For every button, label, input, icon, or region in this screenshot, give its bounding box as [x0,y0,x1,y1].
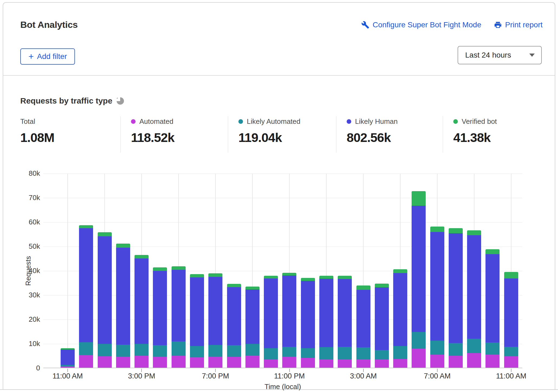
bar-stack [208,174,222,368]
bar-segment-likely-human [338,279,352,347]
likely-automated-legend-dot [238,119,243,124]
bar-segment-automated [504,356,518,368]
bar-segment-likely-human [485,254,500,343]
bar-stack [190,174,204,368]
bar-segment-verified-bot [301,278,315,281]
bar-segment-likely-human [79,228,93,342]
bar-segment-verified-bot [153,267,167,271]
bar-segment-automated [264,359,278,368]
bar-stack [153,174,167,368]
configure-super-bot-fight-mode-link[interactable]: Configure Super Bot Fight Mode [361,21,481,29]
bar-segment-likely-human [61,350,75,365]
bar-segment-likely-automated [264,348,278,359]
plus-icon: + [28,52,34,61]
bar-segment-verified-bot [485,249,500,254]
bar-segment-likely-human [375,287,389,350]
x-axis-tick [363,369,364,372]
configure-link-label: Configure Super Bot Fight Mode [373,21,481,29]
bar-stack [134,174,149,368]
bar-segment-likely-automated [430,341,444,355]
chart-plot-area [43,174,522,368]
bar-segment-verified-bot [116,244,130,248]
bar-segment-automated [282,357,296,368]
bar-stack [245,174,260,368]
header-links: Configure Super Bot Fight Mode Print rep… [361,21,543,29]
bar-segment-likely-human [319,279,333,347]
bar-segment-likely-automated [504,347,518,356]
bar-segment-verified-bot [227,284,241,287]
bar-segment-likely-automated [449,343,463,356]
stat-automated-value: 118.52k [131,130,222,145]
stat-automated: Automated 118.52k [120,116,228,153]
stat-likely-automated-label: Likely Automated [247,117,300,126]
bar-segment-likely-automated [208,345,222,356]
bar-segment-verified-bot [467,230,481,235]
y-tick-label: 20k [0,315,40,324]
x-axis-tick [289,369,290,372]
bar-segment-automated [375,359,389,368]
bar-stack [61,174,75,368]
bar-segment-likely-human [449,233,463,343]
bar-segment-likely-human [116,248,130,344]
bar-segment-likely-automated [467,339,481,353]
bar-stack [393,174,407,368]
x-tick-label: 7:00 AM [424,372,451,380]
print-link-label: Print report [505,21,543,29]
likely-human-legend-dot [347,119,351,124]
page-title: Bot Analytics [20,19,78,30]
bar-stack [301,174,315,368]
bar-segment-likely-automated [375,350,389,359]
bar-segment-likely-automated [412,332,426,348]
bar-segment-verified-bot [356,285,370,290]
bar-segment-likely-automated [227,345,241,357]
y-tick-label: 40k [0,267,40,275]
stat-likely-human: Likely Human 802.56k [336,116,443,153]
bar-segment-automated [245,356,260,368]
bar-segment-likely-automated [245,344,260,356]
bar-segment-likely-human [356,290,370,347]
bar-segment-automated [338,359,352,368]
x-tick-label: 11:00 PM [274,372,305,380]
bar-segment-verified-bot [393,269,407,273]
traffic-stats-row: Total 1.08M Automated 118.52k Likely Aut… [20,116,534,153]
bar-segment-likely-automated [282,347,296,357]
bar-stack [227,174,241,368]
stat-likely-human-value: 802.56k [347,130,437,145]
bar-stack [449,174,463,368]
bar-segment-automated [190,357,204,368]
add-filter-button[interactable]: + Add filter [20,48,75,65]
bar-segment-automated [172,356,186,368]
time-range-dropdown[interactable]: Last 24 hours [458,46,542,64]
bar-segment-likely-human [282,275,296,347]
stat-verified-bot-value: 41.38k [453,130,527,145]
bar-segment-verified-bot [98,232,112,236]
bar-stack [356,174,370,368]
bar-segment-likely-automated [319,347,333,359]
y-tick-label: 50k [0,242,40,251]
print-report-link[interactable]: Print report [494,21,543,29]
bar-stack [116,174,130,368]
stat-likely-human-label: Likely Human [355,117,398,126]
bar-stack [79,174,93,368]
bar-segment-likely-human [467,235,481,339]
y-tick-label: 60k [0,218,40,226]
bar-stack [467,174,481,368]
bar-stack [504,174,518,368]
x-axis-tick [511,369,511,372]
stat-total-label: Total [20,117,35,126]
bar-segment-likely-automated [356,347,370,359]
bar-segment-likely-automated [485,343,500,354]
bot-analytics-page: Bot Analytics Configure Super Bot Fight … [0,0,558,392]
bar-segment-likely-automated [172,341,186,356]
chevron-down-icon [529,54,535,57]
bar-segment-verified-bot [375,284,389,287]
bar-segment-likely-human [245,290,260,344]
bar-stack [430,174,444,368]
bar-segment-verified-bot [172,266,186,270]
bar-segment-likely-automated [338,347,352,359]
bar-segment-likely-human [208,277,222,345]
x-tick-label: 11:00 AM [52,372,83,380]
wrench-icon [361,21,369,29]
y-tick-label: 0 [0,364,40,372]
bar-stack [485,174,500,368]
